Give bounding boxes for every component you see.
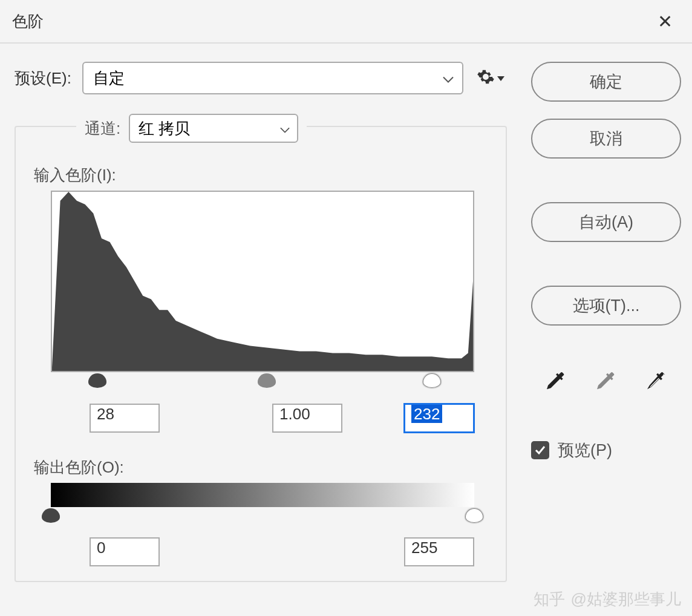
eyedropper-white-icon[interactable] — [642, 367, 671, 398]
channel-select[interactable]: 红 拷贝 — [129, 114, 298, 143]
output-white-slider[interactable] — [465, 508, 483, 523]
input-white-field[interactable]: 232 — [404, 404, 474, 433]
eyedropper-gray-icon[interactable] — [592, 367, 621, 398]
preset-menu-button[interactable] — [474, 65, 507, 91]
options-button[interactable]: 选项(T)... — [531, 286, 681, 326]
output-levels-label: 输出色阶(O): — [34, 457, 491, 478]
close-icon[interactable]: ✕ — [650, 7, 680, 36]
dialog-title: 色阶 — [12, 11, 44, 32]
input-levels-label: 输入色阶(I): — [34, 165, 491, 186]
chevron-down-icon — [280, 119, 290, 138]
output-black-field[interactable]: 0 — [90, 537, 160, 566]
preset-select[interactable]: 自定 — [82, 62, 463, 94]
eyedropper-black-icon[interactable] — [541, 367, 570, 398]
preview-label: 预览(P) — [558, 439, 612, 461]
dropdown-arrow-icon — [497, 73, 504, 84]
input-gamma-field[interactable]: 1.00 — [272, 404, 342, 433]
preset-label: 预设(E): — [15, 68, 71, 89]
ok-button[interactable]: 确定 — [531, 62, 681, 102]
preview-checkbox[interactable] — [531, 441, 549, 459]
gear-icon — [477, 68, 495, 88]
output-gradient — [51, 483, 474, 507]
histogram — [51, 191, 474, 372]
cancel-button[interactable]: 取消 — [531, 119, 681, 159]
input-black-slider[interactable] — [88, 373, 106, 388]
preset-value: 自定 — [93, 68, 125, 89]
auto-button[interactable]: 自动(A) — [531, 202, 681, 242]
input-black-field[interactable]: 28 — [90, 404, 160, 433]
output-white-field[interactable]: 255 — [404, 537, 474, 566]
output-black-slider[interactable] — [42, 508, 60, 523]
input-gamma-slider[interactable] — [258, 373, 276, 388]
channel-label: 通道: — [85, 118, 120, 139]
chevron-down-icon — [443, 69, 454, 88]
input-white-slider[interactable] — [423, 373, 441, 388]
channel-value: 红 拷贝 — [139, 118, 190, 139]
